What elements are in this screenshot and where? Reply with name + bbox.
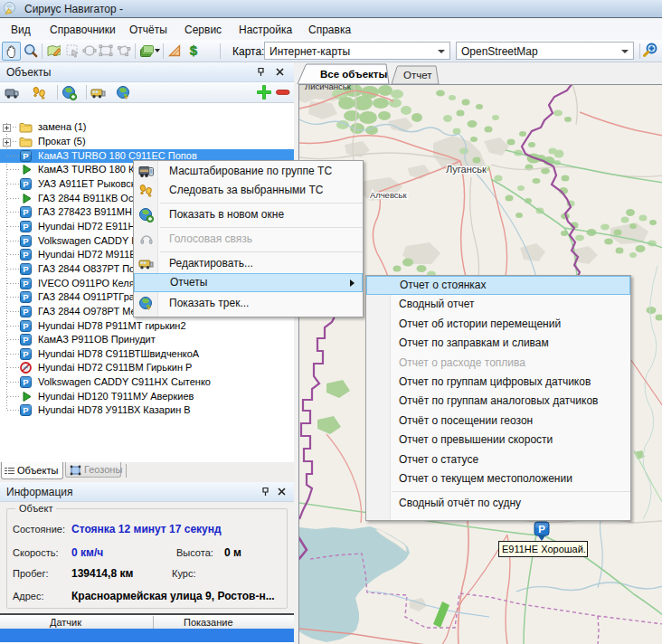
svg-text:$: $ bbox=[190, 43, 198, 58]
svg-text:P: P bbox=[23, 335, 29, 345]
svg-text:P: P bbox=[23, 236, 29, 246]
svg-text:P: P bbox=[23, 250, 29, 260]
svg-text:Е911НЕ Хорошай.: Е911НЕ Хорошай. bbox=[502, 544, 586, 554]
svg-text:P: P bbox=[23, 377, 29, 387]
svg-text:P: P bbox=[23, 151, 29, 161]
svg-text:Луганськ: Луганськ bbox=[446, 164, 487, 175]
svg-text:P: P bbox=[23, 207, 29, 217]
svg-text:P: P bbox=[23, 179, 29, 189]
svg-text:Все объекты: Все объекты bbox=[320, 69, 387, 80]
svg-text:P: P bbox=[23, 405, 29, 415]
svg-text:P: P bbox=[23, 307, 29, 317]
svg-text:P: P bbox=[538, 524, 545, 535]
svg-text:P: P bbox=[23, 349, 29, 359]
svg-text:P: P bbox=[23, 292, 29, 302]
svg-text:P: P bbox=[23, 222, 29, 232]
svg-text:P: P bbox=[23, 264, 29, 274]
svg-text:Отчет: Отчет bbox=[403, 70, 432, 80]
svg-text:P: P bbox=[23, 321, 29, 331]
svg-text:Алчевськ: Алчевськ bbox=[370, 190, 408, 200]
svg-text:P: P bbox=[23, 279, 29, 289]
svg-text:Лисичанськ: Лисичанськ bbox=[305, 85, 352, 91]
